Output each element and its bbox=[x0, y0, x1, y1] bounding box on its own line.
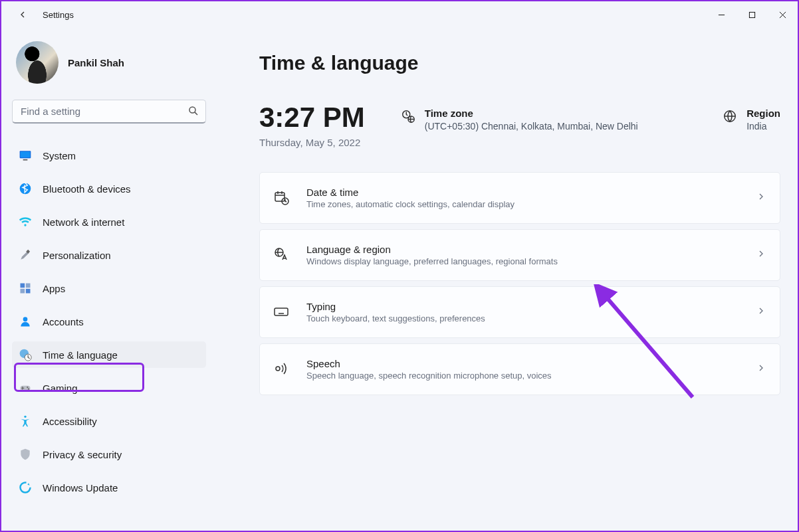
app-title: Settings bbox=[43, 10, 74, 20]
sidebar-item-shield[interactable]: Privacy & security bbox=[12, 441, 206, 468]
svg-rect-6 bbox=[23, 159, 28, 161]
card-title: Language & region bbox=[306, 244, 558, 255]
page-title: Time & language bbox=[259, 52, 780, 74]
avatar bbox=[16, 41, 58, 84]
timezone-value: (UTC+05:30) Chennai, Kolkata, Mumbai, Ne… bbox=[425, 121, 638, 132]
maximize-button[interactable] bbox=[737, 4, 767, 25]
search-wrapper bbox=[12, 100, 206, 124]
svg-rect-25 bbox=[275, 193, 285, 201]
sidebar-item-brush[interactable]: Personalization bbox=[12, 242, 206, 268]
chevron-right-icon bbox=[756, 306, 766, 319]
wifi-icon bbox=[19, 215, 32, 228]
card-title: Date & time bbox=[306, 187, 514, 198]
region-label: Region bbox=[746, 108, 780, 119]
minimize-button[interactable] bbox=[706, 4, 737, 25]
card-title: Speech bbox=[306, 358, 552, 369]
calendar-clock-icon bbox=[273, 189, 290, 207]
svg-point-8 bbox=[24, 224, 26, 226]
svg-point-20 bbox=[24, 416, 26, 418]
sidebar-item-update[interactable]: Windows Update bbox=[12, 474, 206, 501]
chevron-right-icon bbox=[756, 248, 766, 262]
close-icon bbox=[779, 11, 786, 19]
clock-globe-icon bbox=[401, 109, 415, 124]
sidebar-item-clock-globe[interactable]: Time & language bbox=[12, 341, 206, 368]
setting-card-speech[interactable]: Speech Speech language, speech recogniti… bbox=[259, 343, 780, 395]
profile-block[interactable]: Pankil Shah bbox=[12, 41, 206, 84]
sidebar-item-accessibility[interactable]: Accessibility bbox=[12, 408, 206, 434]
speech-icon bbox=[273, 361, 290, 378]
svg-line-3 bbox=[195, 112, 197, 115]
svg-rect-13 bbox=[26, 289, 31, 294]
system-icon bbox=[19, 149, 32, 162]
svg-point-29 bbox=[276, 367, 280, 371]
sidebar-item-system[interactable]: System bbox=[12, 142, 206, 169]
search-icon bbox=[187, 105, 199, 117]
sidebar-item-label: Windows Update bbox=[43, 482, 118, 493]
sidebar-item-label: Accounts bbox=[43, 316, 84, 327]
clock-date: Thursday, May 5, 2022 bbox=[259, 137, 365, 148]
card-desc: Touch keyboard, text suggestions, prefer… bbox=[306, 313, 485, 323]
search-input[interactable] bbox=[12, 100, 206, 124]
sidebar-item-label: Time & language bbox=[43, 349, 118, 361]
sidebar-item-label: Accessibility bbox=[43, 416, 97, 427]
maximize-icon bbox=[748, 11, 756, 19]
sidebar-item-wifi[interactable]: Network & internet bbox=[12, 209, 206, 235]
globe-icon bbox=[723, 109, 737, 124]
timezone-label: Time zone bbox=[425, 108, 638, 119]
gamepad-icon bbox=[19, 381, 32, 395]
card-desc: Speech language, speech recognition micr… bbox=[306, 371, 552, 381]
svg-point-2 bbox=[189, 107, 195, 113]
sidebar-item-gamepad[interactable]: Gaming bbox=[12, 375, 206, 401]
sidebar-item-label: Bluetooth & devices bbox=[43, 183, 131, 195]
apps-icon bbox=[19, 282, 32, 295]
svg-rect-12 bbox=[21, 289, 25, 294]
sidebar-item-label: Gaming bbox=[43, 383, 78, 394]
setting-card-calendar-clock[interactable]: Date & time Time zones, automatic clock … bbox=[259, 172, 780, 224]
sidebar-item-label: Personalization bbox=[43, 250, 111, 261]
chevron-right-icon bbox=[756, 191, 766, 205]
arrow-left-icon bbox=[17, 9, 28, 20]
main-content: Time & language 3:27 PM Thursday, May 5,… bbox=[217, 28, 798, 531]
card-desc: Time zones, automatic clock settings, ca… bbox=[306, 199, 514, 209]
region-block[interactable]: Region India bbox=[723, 104, 780, 132]
svg-point-19 bbox=[28, 389, 29, 390]
accessibility-icon bbox=[19, 414, 32, 428]
chevron-right-icon bbox=[756, 363, 766, 376]
back-button[interactable] bbox=[12, 4, 33, 25]
region-value: India bbox=[746, 121, 780, 132]
sidebar-item-apps[interactable]: Apps bbox=[12, 275, 206, 302]
close-button[interactable] bbox=[767, 4, 798, 25]
sidebar-item-label: Privacy & security bbox=[43, 449, 122, 460]
svg-rect-1 bbox=[749, 12, 754, 17]
sidebar: Pankil Shah System Bluetooth & devices N… bbox=[1, 28, 217, 531]
svg-rect-11 bbox=[26, 284, 31, 288]
sidebar-item-bluetooth[interactable]: Bluetooth & devices bbox=[12, 175, 206, 202]
sidebar-item-label: Apps bbox=[43, 283, 65, 294]
setting-card-keyboard[interactable]: Typing Touch keyboard, text suggestions,… bbox=[259, 286, 780, 338]
bluetooth-icon bbox=[19, 182, 32, 195]
minimize-icon bbox=[718, 11, 725, 19]
settings-list: Date & time Time zones, automatic clock … bbox=[259, 172, 780, 395]
title-bar: Settings bbox=[1, 1, 798, 28]
svg-point-18 bbox=[27, 387, 28, 388]
brush-icon bbox=[19, 248, 32, 262]
timezone-block[interactable]: Time zone (UTC+05:30) Chennai, Kolkata, … bbox=[401, 104, 638, 132]
clock-block: 3:27 PM Thursday, May 5, 2022 bbox=[259, 104, 365, 148]
header-row: 3:27 PM Thursday, May 5, 2022 Time zone … bbox=[259, 104, 780, 148]
sidebar-item-label: Network & internet bbox=[43, 217, 124, 228]
clock-time: 3:27 PM bbox=[259, 104, 365, 132]
profile-name: Pankil Shah bbox=[68, 57, 124, 68]
setting-card-lang-globe[interactable]: Language & region Windows display langua… bbox=[259, 229, 780, 281]
person-icon bbox=[19, 315, 32, 328]
lang-globe-icon bbox=[273, 246, 290, 264]
update-icon bbox=[19, 481, 32, 494]
svg-rect-5 bbox=[21, 151, 31, 157]
card-title: Typing bbox=[306, 301, 485, 312]
shield-icon bbox=[19, 448, 32, 461]
svg-point-14 bbox=[23, 317, 28, 321]
sidebar-item-person[interactable]: Accounts bbox=[12, 308, 206, 335]
card-desc: Windows display language, preferred lang… bbox=[306, 256, 558, 266]
svg-rect-10 bbox=[21, 284, 25, 288]
sidebar-nav: System Bluetooth & devices Network & int… bbox=[12, 142, 206, 501]
clock-globe-icon bbox=[19, 348, 32, 361]
